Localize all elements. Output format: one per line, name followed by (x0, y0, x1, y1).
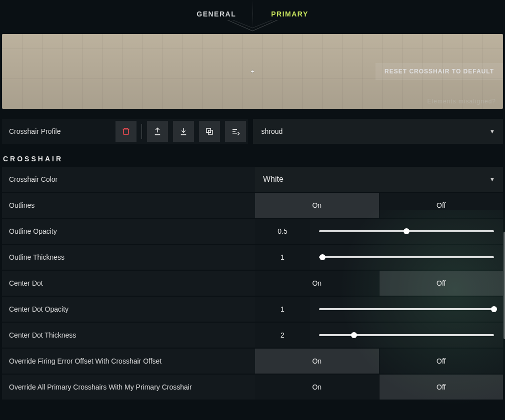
slider-outline-thickness-track[interactable] (310, 245, 503, 270)
trash-icon (122, 127, 130, 136)
select-crosshair-color-value: White (263, 175, 284, 184)
label-crosshair-color: Crosshair Color (2, 167, 255, 192)
profile-left: Crosshair Profile (2, 119, 248, 144)
upload-icon (153, 127, 162, 136)
tab-primary[interactable]: PRIMARY (271, 10, 308, 18)
edit-profile-button[interactable] (225, 121, 246, 142)
label-center-dot-opacity: Center Dot Opacity (2, 297, 255, 322)
delete-profile-button[interactable] (116, 121, 136, 142)
separator (142, 124, 142, 139)
label-center-dot: Center Dot (2, 271, 255, 296)
import-profile-button[interactable] (173, 121, 194, 142)
label-center-dot-thickness: Center Dot Thickness (2, 323, 255, 348)
label-outline-thickness: Outline Thickness (2, 245, 255, 270)
row-center-dot: Center Dot On Off (2, 271, 503, 296)
row-override-all: Override All Primary Crosshairs With My … (2, 375, 503, 400)
misaligned-link[interactable]: Elements misaligned? (428, 98, 496, 105)
settings-list: Crosshair Color White ▼ Outlines On Off … (2, 167, 503, 400)
chevron-down-icon: ▼ (490, 176, 495, 182)
toggle-override-all: On Off (255, 375, 503, 400)
profile-bar: Crosshair Profile (2, 119, 503, 144)
profile-select-value: shroud (261, 127, 282, 135)
list-edit-icon (231, 127, 240, 136)
row-outlines: Outlines On Off (2, 193, 503, 218)
slider-outline-opacity: 0.5 (255, 219, 503, 244)
scrollbar[interactable] (503, 167, 505, 400)
slider-center-dot-opacity-track[interactable] (310, 297, 503, 322)
row-crosshair-color: Crosshair Color White ▼ (2, 167, 503, 192)
slider-center-dot-thickness-value[interactable]: 2 (255, 323, 310, 348)
toggle-outlines-on[interactable]: On (255, 193, 379, 218)
slider-outline-opacity-track[interactable] (310, 219, 503, 244)
toggle-outlines: On Off (255, 193, 503, 218)
profile-select[interactable]: shroud ▼ (253, 119, 503, 144)
slider-center-dot-opacity: 1 (255, 297, 503, 322)
reset-crosshair-button[interactable]: RESET CROSSHAIR TO DEFAULT (376, 63, 503, 80)
copy-icon (205, 127, 214, 136)
slider-outline-thickness: 1 (255, 245, 503, 270)
row-override-firing: Override Firing Error Offset With Crossh… (2, 349, 503, 374)
crosshair-preview-icon: + (250, 67, 254, 75)
slider-center-dot-thickness-track[interactable] (310, 323, 503, 348)
row-center-dot-opacity: Center Dot Opacity 1 (2, 297, 503, 322)
label-outlines: Outlines (2, 193, 255, 218)
slider-outline-thickness-value[interactable]: 1 (255, 245, 310, 270)
section-title-crosshair: CROSSHAIR (3, 155, 505, 163)
label-outline-opacity: Outline Opacity (2, 219, 255, 244)
label-override-all: Override All Primary Crosshairs With My … (2, 375, 255, 400)
slider-outline-opacity-value[interactable]: 0.5 (255, 219, 310, 244)
toggle-override-firing-off[interactable]: Off (380, 349, 504, 374)
export-profile-button[interactable] (147, 121, 168, 142)
toggle-override-firing-on[interactable]: On (255, 349, 379, 374)
toggle-center-dot: On Off (255, 271, 503, 296)
tab-divider (252, 0, 253, 27)
row-outline-opacity: Outline Opacity 0.5 (2, 219, 503, 244)
toggle-override-all-off[interactable]: Off (380, 375, 504, 400)
toggle-outlines-off[interactable]: Off (380, 193, 504, 218)
select-crosshair-color[interactable]: White ▼ (255, 167, 503, 192)
toggle-center-dot-off[interactable]: Off (380, 271, 504, 296)
slider-center-dot-opacity-value[interactable]: 1 (255, 297, 310, 322)
toggle-override-all-on[interactable]: On (255, 375, 379, 400)
crosshair-preview-area: + RESET CROSSHAIR TO DEFAULT Elements mi… (2, 34, 503, 109)
label-override-firing: Override Firing Error Offset With Crossh… (2, 349, 255, 374)
duplicate-profile-button[interactable] (199, 121, 220, 142)
row-outline-thickness: Outline Thickness 1 (2, 245, 503, 270)
toggle-override-firing: On Off (255, 349, 503, 374)
profile-label: Crosshair Profile (9, 127, 60, 135)
row-center-dot-thickness: Center Dot Thickness 2 (2, 323, 503, 348)
tabs: GENERAL PRIMARY (0, 0, 505, 27)
toggle-center-dot-on[interactable]: On (255, 271, 379, 296)
tab-general[interactable]: GENERAL (196, 10, 236, 18)
download-icon (179, 127, 188, 136)
chevron-down-icon: ▼ (490, 128, 495, 134)
slider-center-dot-thickness: 2 (255, 323, 503, 348)
